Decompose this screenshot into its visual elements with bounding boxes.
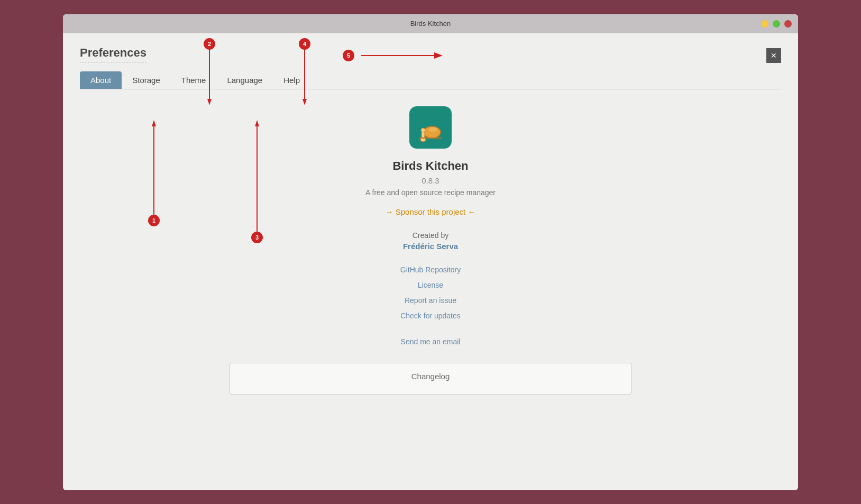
github-repository-link[interactable]: GitHub Repository (400, 263, 461, 277)
about-content: Birds Kitchen 0.8.3 A free and open sour… (80, 89, 781, 478)
close-window-button[interactable] (784, 20, 792, 28)
titlebar: Birds Kitchen (63, 14, 798, 33)
changelog-box: Changelog (230, 363, 631, 395)
tabs-container: About Storage Theme Language Help (80, 71, 781, 89)
created-by-label: Created by (413, 231, 448, 240)
tab-storage[interactable]: Storage (122, 71, 171, 89)
app-description: A free and open source recipe manager (365, 188, 496, 197)
changelog-label: Changelog (411, 372, 450, 381)
app-name: Birds Kitchen (392, 159, 468, 173)
titlebar-controls (761, 20, 792, 28)
send-email-link[interactable]: Send me an email (401, 337, 461, 346)
tab-theme[interactable]: Theme (171, 71, 217, 89)
tab-language[interactable]: Language (216, 71, 273, 89)
license-link[interactable]: License (418, 279, 443, 292)
preferences-close-button[interactable]: ✕ (766, 48, 781, 63)
svg-point-6 (429, 127, 437, 132)
svg-point-8 (421, 128, 425, 132)
page-title: Preferences (80, 46, 146, 62)
app-icon-svg (415, 112, 446, 143)
tab-about[interactable]: About (80, 71, 122, 89)
app-version: 0.8.3 (422, 176, 439, 185)
minimize-button[interactable] (761, 20, 768, 28)
maximize-button[interactable] (773, 20, 780, 28)
svg-text:5: 5 (347, 52, 350, 59)
app-icon (409, 106, 452, 149)
annotation-arrow-5: 5 (361, 50, 467, 71)
content-area: Preferences 5 ✕ About S (63, 33, 798, 490)
creator-name[interactable]: Frédéric Serva (403, 242, 458, 251)
tab-help[interactable]: Help (273, 71, 310, 89)
report-issue-link[interactable]: Report an issue (405, 294, 456, 307)
header-row: Preferences 5 ✕ (80, 46, 781, 63)
check-updates-link[interactable]: Check for updates (400, 309, 461, 323)
app-window: Birds Kitchen Preferences (63, 14, 798, 490)
links-section: GitHub Repository License Report an issu… (400, 263, 461, 323)
titlebar-title: Birds Kitchen (410, 20, 451, 28)
sponsor-link[interactable]: → Sponsor this project ← (386, 207, 476, 216)
